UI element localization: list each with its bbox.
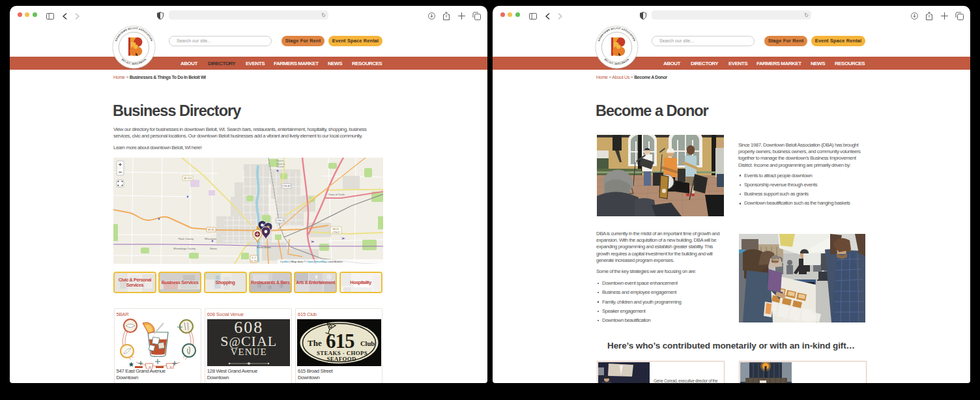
svg-text:South Beloit: South Beloit — [257, 246, 271, 249]
svg-text:IL 2: IL 2 — [252, 257, 255, 259]
svg-text:Club: Club — [360, 340, 375, 347]
svg-text:Rock County: Rock County — [179, 237, 194, 240]
svg-text:CTH-P: CTH-P — [332, 231, 340, 234]
svg-text:Wisconsin: Wisconsin — [205, 237, 216, 240]
svg-text:CTH-BT: CTH-BT — [282, 185, 292, 188]
svg-text:Illinois: Illinois — [210, 247, 217, 250]
svg-text:WI 81: WI 81 — [208, 229, 214, 231]
svg-text:CTH-G: CTH-G — [276, 220, 283, 222]
svg-text:Town of Turtle: Town of Turtle — [328, 193, 345, 196]
svg-text:WI 213: WI 213 — [184, 177, 192, 180]
svg-text:Leaflet | Map data © OpenStree: Leaflet | Map data © OpenStreetMap contr… — [280, 260, 343, 263]
svg-text:Winnebago County: Winnebago County — [173, 247, 195, 250]
svg-text:−: − — [119, 169, 122, 175]
svg-text:Gravel: Gravel — [276, 165, 284, 168]
svg-text:WI 67: WI 67 — [333, 228, 339, 231]
svg-text:IL 75: IL 75 — [251, 260, 256, 263]
svg-text:615: 615 — [326, 330, 354, 352]
svg-text:The: The — [308, 338, 322, 348]
svg-text:SEAFOOD: SEAFOOD — [327, 356, 356, 362]
svg-text:+: + — [119, 162, 122, 168]
